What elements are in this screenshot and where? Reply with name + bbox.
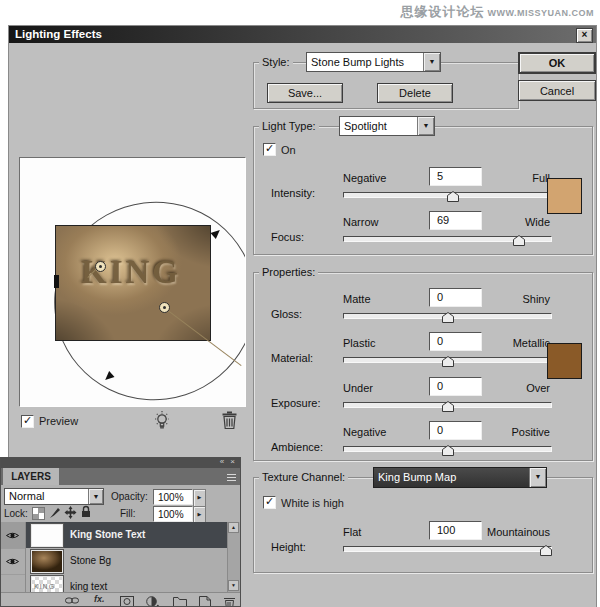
focus-slider-thumb[interactable] [513, 235, 525, 246]
gloss-label: Gloss: [271, 308, 302, 320]
link-layers-icon[interactable] [65, 596, 79, 605]
gloss-input[interactable]: 0 [429, 288, 482, 307]
intensity-input[interactable]: 5 [429, 167, 482, 186]
style-dropdown-button[interactable]: ▼ [423, 53, 440, 71]
layer-style-fx-icon[interactable]: fx. [94, 594, 105, 604]
light-bulb-icon[interactable] [152, 409, 172, 431]
new-group-folder-icon[interactable] [173, 596, 187, 607]
focus-max-label: Wide [525, 216, 550, 228]
gloss-row: Gloss: Matte Shiny 0 [253, 288, 591, 330]
layer-thumbnail[interactable]: KING [30, 575, 64, 592]
blend-mode-dropdown[interactable]: Normal ▼ [4, 488, 104, 505]
texture-channel-dropdown-button[interactable]: ▼ [529, 468, 546, 487]
texture-channel-dropdown-value: King Bump Map [378, 468, 529, 486]
exposure-row: Exposure: Under Over 0 [253, 377, 591, 419]
tab-layers[interactable]: LAYERS [3, 468, 59, 485]
layer-row-stone-bg[interactable]: Stone Bg [1, 548, 229, 574]
cancel-button[interactable]: Cancel [518, 80, 596, 101]
focus-slider[interactable] [343, 236, 552, 242]
ok-button[interactable]: OK [518, 52, 596, 74]
style-dropdown[interactable]: Stone Bump Lights ▼ [306, 52, 441, 72]
dialog-titlebar[interactable]: Lighting Effects × [9, 26, 596, 43]
ambience-slider[interactable] [343, 446, 552, 452]
preview-label: Preview [39, 415, 78, 427]
lock-transparency-icon[interactable] [32, 507, 45, 520]
on-checkbox[interactable]: ✓ [263, 143, 276, 156]
layer-name[interactable]: Stone Bg [70, 555, 111, 566]
material-row: Material: Plastic Metallic 0 [253, 332, 591, 374]
watermark: 思缘设计论坛 WWW.MISSYUAN.COM [400, 3, 594, 21]
light-center-handle[interactable] [159, 302, 170, 313]
material-input[interactable]: 0 [429, 332, 482, 351]
focus-input[interactable]: 69 [429, 211, 482, 230]
lock-pixels-brush-icon[interactable] [49, 506, 61, 519]
focus-row: Focus: Narrow Wide 69 [253, 211, 591, 253]
layer-name[interactable]: King Stone Text [70, 529, 145, 540]
material-label: Material: [271, 352, 313, 364]
fill-label: Fill: [120, 508, 136, 519]
ambience-row: Ambience: Negative Positive 0 [253, 421, 591, 463]
scroll-down-icon[interactable]: ▼ [228, 580, 239, 591]
layers-scrollbar[interactable]: ▲ ▼ [227, 522, 240, 592]
ellipse-handle-w[interactable] [54, 275, 59, 288]
close-icon[interactable]: × [576, 28, 593, 43]
layer-name[interactable]: king text [70, 581, 107, 592]
opacity-spinner-icon[interactable]: ▶ [193, 489, 206, 507]
layers-panel-dragbar[interactable]: « × [1, 458, 240, 468]
exposure-slider-thumb[interactable] [442, 401, 454, 412]
opacity-input[interactable]: 100% [153, 489, 193, 505]
material-color-swatch[interactable] [547, 343, 582, 379]
preview-checkbox[interactable]: ✓ [21, 415, 34, 428]
delete-button[interactable]: Delete [377, 83, 453, 103]
material-slider-thumb[interactable] [442, 356, 454, 367]
height-input[interactable]: 100 [429, 521, 482, 540]
material-slider[interactable] [343, 357, 552, 363]
chevron-down-icon: ▼ [429, 58, 436, 65]
layer-mask-icon[interactable] [120, 596, 134, 607]
ambience-slider-thumb[interactable] [442, 445, 454, 456]
light-type-dropdown-button[interactable]: ▼ [417, 117, 434, 135]
adjustment-layer-icon[interactable] [146, 596, 159, 607]
preview-canvas[interactable]: KING [19, 157, 246, 407]
layer-row-king-text[interactable]: KING king text [1, 574, 229, 592]
light-type-dropdown-value: Spotlight [344, 117, 417, 135]
layers-panel: « × LAYERS Normal ▼ Opacity: 100% ▶ Lock… [0, 457, 241, 607]
light-hotspot-handle[interactable] [95, 261, 106, 272]
layers-panel-controls: Normal ▼ Opacity: 100% ▶ Lock: Fill: 100… [1, 485, 240, 522]
delete-light-trash-icon[interactable] [221, 410, 238, 430]
blend-mode-dropdown-button[interactable]: ▼ [88, 489, 103, 504]
height-max-label: Mountainous [487, 526, 550, 538]
intensity-slider-thumb[interactable] [447, 191, 459, 202]
texture-channel-dropdown[interactable]: King Bump Map ▼ [373, 467, 547, 488]
exposure-label: Exposure: [271, 397, 321, 409]
layer-thumbnail[interactable] [30, 523, 64, 548]
close-panel-icon[interactable]: × [230, 457, 237, 466]
light-color-swatch[interactable] [547, 178, 582, 214]
lock-position-move-icon[interactable] [64, 506, 77, 519]
scroll-up-icon[interactable]: ▲ [228, 522, 239, 533]
intensity-slider[interactable] [343, 192, 552, 198]
white-is-high-checkbox[interactable]: ✓ [263, 496, 276, 509]
visibility-toggle[interactable] [1, 574, 26, 592]
save-button[interactable]: Save... [267, 83, 343, 103]
light-type-dropdown[interactable]: Spotlight ▼ [339, 116, 435, 136]
layer-row-king-stone-text[interactable]: King Stone Text [1, 522, 229, 548]
chevron-down-icon: ▼ [535, 473, 542, 480]
visibility-toggle[interactable] [1, 548, 26, 575]
gloss-slider[interactable] [343, 313, 552, 319]
height-slider[interactable] [343, 546, 552, 552]
visibility-toggle[interactable] [1, 522, 26, 549]
height-row: Height: Flat Mountainous 100 [253, 521, 591, 563]
fill-input[interactable]: 100% [153, 506, 193, 522]
new-layer-icon[interactable] [199, 596, 211, 607]
panel-menu-icon[interactable] [224, 473, 236, 481]
height-slider-thumb[interactable] [540, 545, 552, 556]
collapse-panel-icon[interactable]: « [220, 457, 226, 466]
ambience-input[interactable]: 0 [429, 421, 482, 440]
exposure-slider[interactable] [343, 402, 552, 408]
exposure-input[interactable]: 0 [429, 377, 482, 396]
lock-all-padlock-icon[interactable] [80, 505, 92, 518]
delete-layer-trash-icon[interactable] [223, 596, 236, 607]
layer-thumbnail[interactable] [30, 549, 64, 574]
gloss-slider-thumb[interactable] [442, 312, 454, 323]
